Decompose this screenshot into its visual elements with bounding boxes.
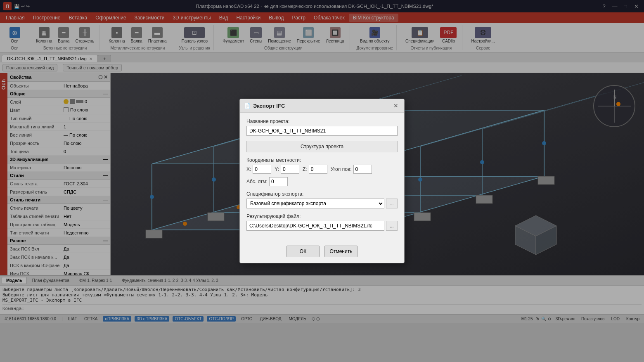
ok-button[interactable]: ОК	[286, 246, 320, 257]
form-row-project-name: Название проекта:	[246, 118, 398, 136]
project-name-label: Название проекта:	[246, 118, 398, 124]
modal-header: 📄 Экспорт IFC ✕	[240, 99, 404, 113]
modal-body: Название проекта: Структура проекта Коор…	[240, 113, 404, 241]
coord-angle-input[interactable]	[353, 165, 372, 174]
form-row-spec: Спецификатор экспорта: Базовый специфика…	[246, 191, 398, 208]
project-name-input[interactable]	[246, 126, 398, 136]
coord-angle-label: Угол пов:	[331, 166, 352, 172]
spec-label: Спецификатор экспорта:	[246, 191, 398, 197]
result-file-row: ...	[246, 221, 398, 231]
modal-title-text: Экспорт IFC	[253, 103, 285, 109]
modal-overlay: 📄 Экспорт IFC ✕ Название проекта: Структ…	[0, 0, 644, 362]
coord-x-input[interactable]	[253, 165, 271, 174]
coord-z-label: Z:	[303, 166, 307, 172]
result-file-input[interactable]	[246, 221, 384, 231]
coord-abs-input[interactable]	[269, 177, 288, 186]
struct-btn[interactable]: Структура проекта	[246, 141, 398, 152]
spec-select[interactable]: Базовый спецификатор экспорта	[246, 199, 384, 208]
cancel-button[interactable]: Отменить	[324, 246, 358, 257]
coord-z-group: Z:	[303, 165, 327, 174]
form-row-struct: Структура проекта	[246, 141, 398, 152]
coord-y-label: Y:	[275, 166, 279, 172]
coords-row: X: Y: Z: Угол пов:	[246, 165, 398, 186]
modal-close-btn[interactable]: ✕	[392, 102, 400, 110]
modal-title: 📄 Экспорт IFC	[244, 103, 285, 109]
result-label: Результирующий файл:	[246, 213, 398, 219]
coord-x-label: X:	[246, 166, 251, 172]
modal-title-icon: 📄	[244, 103, 251, 109]
modal-export-ifc: 📄 Экспорт IFC ✕ Название проекта: Структ…	[239, 99, 405, 263]
coord-abs-label: Абс. отм:	[246, 179, 268, 185]
coord-x-group: X:	[246, 165, 271, 174]
result-browse-btn[interactable]: ...	[386, 221, 398, 231]
form-row-result: Результирующий файл: ...	[246, 213, 398, 231]
coord-abs-group: Абс. отм:	[246, 177, 288, 186]
modal-footer: ОК Отменить	[240, 241, 404, 263]
coords-label: Координаты местности:	[246, 157, 398, 163]
coord-y-group: Y:	[275, 165, 299, 174]
coord-z-input[interactable]	[309, 165, 327, 174]
form-row-coords: Координаты местности: X: Y: Z:	[246, 157, 398, 186]
coord-y-input[interactable]	[281, 165, 299, 174]
spec-browse-btn[interactable]: ...	[386, 199, 398, 208]
coord-angle-group: Угол пов:	[331, 165, 372, 174]
spec-select-row: Базовый спецификатор экспорта ...	[246, 199, 398, 208]
